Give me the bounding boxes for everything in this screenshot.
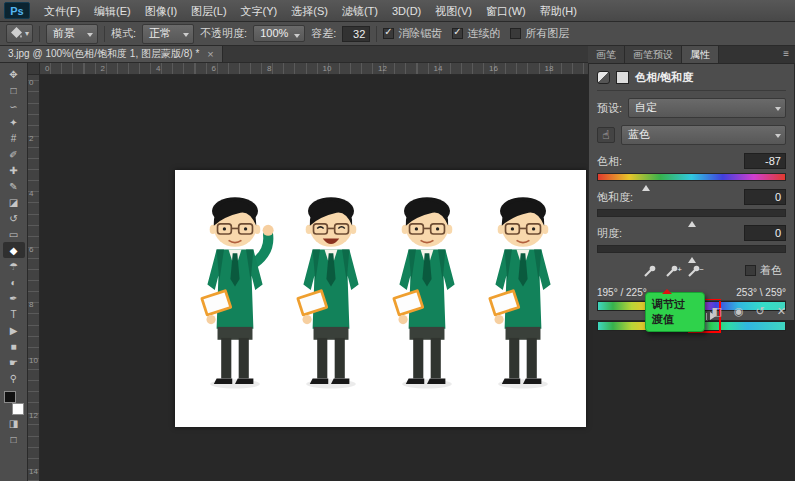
ruler-vertical[interactable]: 02468101214 xyxy=(28,75,40,481)
lightness-value[interactable]: 0 xyxy=(744,225,786,241)
clone-stamp-tool[interactable]: ◪ xyxy=(3,194,25,210)
paint-bucket-tool[interactable]: ◆ xyxy=(3,242,25,258)
menu-items: 文件(F)编辑(E)图像(I)图层(L)文字(Y)选择(S)滤镜(T)3D(D)… xyxy=(37,0,584,22)
fill-source-dropdown[interactable]: 前景 xyxy=(46,24,98,44)
ruler-horizontal[interactable]: 024681012141618 xyxy=(28,63,588,75)
menu-layer[interactable]: 图层(L) xyxy=(184,0,233,22)
panel-tab-brush-presets[interactable]: 画笔预设 xyxy=(625,46,682,63)
contiguous-box[interactable] xyxy=(452,28,463,39)
hue-value[interactable]: -87 xyxy=(744,153,786,169)
reset-icon[interactable]: ↺ xyxy=(756,305,765,317)
all-layers-checkbox[interactable]: 所有图层 xyxy=(510,26,569,41)
pen-tool[interactable]: ✒ xyxy=(3,290,25,306)
zoom-tool[interactable]: ⚲ xyxy=(3,370,25,386)
panel-tab-brush[interactable]: 画笔 xyxy=(588,46,625,63)
tab-close-button[interactable]: × xyxy=(207,48,213,60)
panel-tab-bar: 画笔画笔预设属性≡ xyxy=(588,46,795,63)
document-title: 3.jpg @ 100%(色相/饱和度 1, 图层蒙版/8) * xyxy=(8,47,199,61)
magic-wand-tool[interactable]: ✦ xyxy=(3,114,25,130)
menu-file[interactable]: 文件(F) xyxy=(37,0,87,22)
all-layers-box[interactable] xyxy=(510,28,521,39)
visibility-eye-icon[interactable]: ◉ xyxy=(734,305,744,317)
lightness-slider-thumb[interactable] xyxy=(688,253,696,263)
preset-row: 预设: 自定 xyxy=(597,98,786,118)
history-brush-tool[interactable]: ↺ xyxy=(3,210,25,226)
healing-brush-tool[interactable]: ✚ xyxy=(3,162,25,178)
image-document[interactable] xyxy=(175,170,586,427)
saturation-value[interactable]: 0 xyxy=(744,189,786,205)
tolerance-input[interactable]: 32 xyxy=(342,26,370,42)
lasso-tool[interactable]: ∽ xyxy=(3,98,25,114)
hand-tool[interactable]: ☛ xyxy=(3,354,25,370)
ruler-top-number: 12 xyxy=(378,64,387,73)
marquee-tool[interactable]: □ xyxy=(3,82,25,98)
menu-3d[interactable]: 3D(D) xyxy=(385,0,428,22)
ruler-corner xyxy=(28,63,40,75)
document-tab-bar: 3.jpg @ 100%(色相/饱和度 1, 图层蒙版/8) * × xyxy=(0,46,588,63)
menu-bar: Ps 文件(F)编辑(E)图像(I)图层(L)文字(Y)选择(S)滤镜(T)3D… xyxy=(0,0,795,22)
anti-alias-box[interactable] xyxy=(383,28,394,39)
mode-dropdown[interactable]: 正常 xyxy=(142,24,194,44)
lightness-slider[interactable] xyxy=(597,245,786,253)
eyedropper-tool[interactable]: ✐ xyxy=(3,146,25,162)
add-eyedropper-icon[interactable]: + xyxy=(665,264,680,278)
colorize-box[interactable] xyxy=(745,265,756,276)
adjustment-icon xyxy=(597,71,610,84)
ruler-left-number: 10 xyxy=(29,356,38,365)
panel-flyout-menu-icon[interactable]: ≡ xyxy=(777,46,795,63)
eyedropper-row: + − 着色 xyxy=(597,263,786,278)
ruler-left-number: 6 xyxy=(29,245,33,254)
tool-preset-picker[interactable]: ▾ xyxy=(6,24,33,43)
targeted-adjustment-hand-icon[interactable]: ☝ xyxy=(597,127,615,143)
menu-help[interactable]: 帮助(H) xyxy=(533,0,584,22)
anti-alias-label: 消除锯齿 xyxy=(398,26,442,41)
document-tab[interactable]: 3.jpg @ 100%(色相/饱和度 1, 图层蒙版/8) * × xyxy=(0,46,223,62)
delete-adjustment-icon[interactable]: ✕ xyxy=(777,305,786,317)
screen-mode-button[interactable]: □ xyxy=(3,431,25,447)
type-tool[interactable]: T xyxy=(3,306,25,322)
anti-alias-checkbox[interactable]: 消除锯齿 xyxy=(383,26,442,41)
move-tool[interactable]: ✥ xyxy=(3,66,25,82)
dodge-tool[interactable]: ◐ xyxy=(3,274,25,290)
menu-filter[interactable]: 滤镜(T) xyxy=(335,0,385,22)
photoshop-window: Ps 文件(F)编辑(E)图像(I)图层(L)文字(Y)选择(S)滤镜(T)3D… xyxy=(0,0,795,481)
menu-type[interactable]: 文字(Y) xyxy=(234,0,285,22)
colorize-checkbox[interactable]: 着色 xyxy=(745,263,782,278)
contiguous-checkbox[interactable]: 连续的 xyxy=(452,26,500,41)
opacity-dropdown[interactable]: 100% xyxy=(253,25,305,42)
menu-window[interactable]: 窗口(W) xyxy=(479,0,533,22)
saturation-slider[interactable] xyxy=(597,209,786,217)
preset-dropdown[interactable]: 自定 xyxy=(628,98,786,118)
color-swatches[interactable] xyxy=(3,391,25,415)
eyedropper-icon[interactable] xyxy=(643,264,658,278)
menu-select[interactable]: 选择(S) xyxy=(284,0,335,22)
quick-mask-button[interactable]: ◨ xyxy=(3,415,25,431)
foreground-color-swatch[interactable] xyxy=(4,391,16,403)
ruler-top-number: 0 xyxy=(45,64,49,73)
preset-value: 自定 xyxy=(635,101,657,113)
ruler-left-number: 14 xyxy=(29,467,38,476)
blur-tool[interactable]: ☂ xyxy=(3,258,25,274)
ruler-left-number: 2 xyxy=(29,134,33,143)
saturation-slider-thumb[interactable] xyxy=(688,217,696,227)
subtract-eyedropper-icon[interactable]: − xyxy=(687,264,702,278)
clip-to-layer-icon[interactable]: ◧ xyxy=(712,305,722,317)
hue-slider[interactable] xyxy=(597,173,786,181)
panel-tab-properties[interactable]: 属性 xyxy=(682,46,719,63)
brush-tool[interactable]: ✎ xyxy=(3,178,25,194)
menu-view[interactable]: 视图(V) xyxy=(428,0,479,22)
hue-slider-thumb[interactable] xyxy=(642,181,650,191)
menu-image[interactable]: 图像(I) xyxy=(138,0,184,22)
path-selection-tool[interactable]: ▶ xyxy=(3,322,25,338)
chevron-down-icon: ▾ xyxy=(25,29,29,38)
ruler-top-number: 4 xyxy=(156,64,160,73)
menu-edit[interactable]: 编辑(E) xyxy=(87,0,138,22)
background-color-swatch[interactable] xyxy=(12,403,24,415)
crop-tool[interactable]: # xyxy=(3,130,25,146)
channel-dropdown[interactable]: 蓝色 xyxy=(621,125,786,145)
separator xyxy=(376,26,377,42)
eraser-tool[interactable]: ▭ xyxy=(3,226,25,242)
shape-tool[interactable]: ■ xyxy=(3,338,25,354)
ruler-top-number: 8 xyxy=(267,64,271,73)
cartoon-figure-3 xyxy=(381,184,473,410)
